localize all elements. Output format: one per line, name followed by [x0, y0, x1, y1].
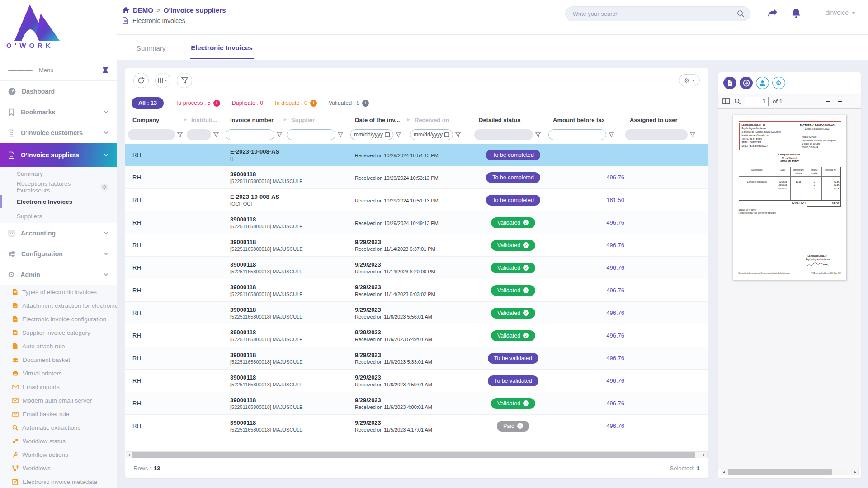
received-on-filter[interactable]: mm/dd/yyyy: [410, 129, 453, 140]
submenu-item-electronic-invoices[interactable]: Electronic Invoices: [0, 194, 117, 209]
invoice-number-filter[interactable]: [226, 129, 274, 140]
amount-link[interactable]: 496.76: [606, 174, 624, 181]
columns-button[interactable]: [155, 73, 170, 88]
column-assigned-to-user[interactable]: Assigned to user: [626, 113, 704, 127]
admin-item-modern-auth-email-server[interactable]: Modern auth email server: [0, 394, 117, 407]
zoom-out-button[interactable]: −: [826, 98, 830, 105]
funnel-icon[interactable]: [609, 132, 614, 137]
home-icon[interactable]: [122, 7, 130, 14]
amount-link[interactable]: 496.76: [606, 287, 624, 294]
chip-in-dispute[interactable]: In dispute : 0 +: [275, 100, 317, 107]
invoice-date-filter[interactable]: mm/dd/yyyy: [350, 129, 393, 140]
chip-to-process[interactable]: To process : 5 +: [175, 100, 220, 107]
amount-link[interactable]: 496.76: [606, 355, 624, 361]
submenu-item-receptions[interactable]: Réceptions factures fournisseurs 0: [0, 180, 117, 194]
funnel-icon[interactable]: [213, 132, 219, 137]
amount-link[interactable]: 496.76: [606, 377, 624, 384]
admin-item-virtual-printers[interactable]: Virtual printers: [0, 366, 117, 380]
table-row[interactable]: RH 39000118 [52251165800018] MAJUSCULE R…: [125, 166, 708, 189]
admin-item-workflows[interactable]: Workflows: [0, 461, 117, 475]
share-button[interactable]: [767, 8, 778, 19]
preview-settings-button[interactable]: ⚙: [772, 77, 785, 89]
supplier-filter[interactable]: [287, 129, 335, 140]
open-document-button[interactable]: [740, 77, 753, 89]
preview-horizontal-scrollbar[interactable]: ◂ ▸: [721, 469, 859, 475]
funnel-icon[interactable]: [338, 132, 343, 137]
funnel-icon[interactable]: [277, 132, 282, 137]
admin-item-email-basket-rule[interactable]: Email basket rule: [0, 407, 117, 421]
table-row[interactable]: RH 39000118 [52251165800018] MAJUSCULE 9…: [125, 234, 708, 257]
funnel-icon[interactable]: [396, 132, 401, 137]
column-institution[interactable]: Instituti...: [188, 113, 226, 127]
table-row[interactable]: RH 39000118 [52251165800018] MAJUSCULE 9…: [125, 279, 708, 302]
breadcrumb-section[interactable]: O'Invoice suppliers: [164, 6, 226, 14]
funnel-icon[interactable]: [177, 132, 183, 137]
scrollbar-thumb[interactable]: [132, 452, 695, 458]
search-icon[interactable]: [737, 10, 745, 18]
sidebar-item-configuration[interactable]: Configuration: [0, 244, 117, 264]
sidebar-item-accounting[interactable]: Accounting: [0, 223, 117, 244]
scroll-right-icon[interactable]: ▸: [702, 453, 707, 457]
submenu-item-summary[interactable]: Summary: [0, 167, 117, 180]
amount-filter[interactable]: [548, 129, 606, 140]
table-row[interactable]: RH 39000118 [52251165800018] MAJUSCULE 9…: [125, 302, 708, 324]
table-row[interactable]: RH 39000118 [52251165800018] MAJUSCULE 9…: [125, 415, 708, 437]
funnel-icon[interactable]: [535, 132, 541, 137]
amount-link[interactable]: 496.76: [606, 264, 624, 271]
table-row[interactable]: RH E-2023-10-008-AS [] Received on 10/29…: [125, 144, 708, 166]
amount-link[interactable]: 496.76: [606, 310, 624, 316]
filter-button[interactable]: [177, 73, 192, 88]
scroll-right-icon[interactable]: ▸: [853, 470, 858, 474]
column-amount-before-tax[interactable]: Amount before tax: [549, 113, 626, 127]
submenu-item-suppliers[interactable]: Suppliers: [0, 209, 117, 223]
sidebar-item-oinvoice-suppliers[interactable]: O'Invoice suppliers: [0, 143, 117, 167]
assign-user-button[interactable]: [756, 77, 769, 89]
refresh-button[interactable]: [133, 73, 149, 88]
amount-link[interactable]: 496.76: [606, 400, 624, 407]
pdf-viewer[interactable]: Laetitia WERNERT- EI Psychologue clinici…: [718, 109, 861, 469]
scroll-left-icon[interactable]: ◂: [126, 453, 132, 457]
column-received-on[interactable]: Received on: [411, 113, 475, 127]
sidebar-toggle-icon[interactable]: [722, 98, 730, 104]
tab-summary[interactable]: Summary: [136, 37, 166, 58]
chip-all[interactable]: All : 13: [132, 97, 164, 109]
sidebar-item-admin[interactable]: ⚙ Admin: [0, 264, 117, 285]
amount-link[interactable]: 496.76: [606, 242, 624, 249]
funnel-icon[interactable]: [455, 132, 461, 137]
table-row[interactable]: RH 39000118 [52251165800018] MAJUSCULE 9…: [125, 324, 708, 347]
chip-duplicate[interactable]: Duplicate : 0: [232, 100, 263, 106]
sidebar-item-dashboard[interactable]: Dashboard: [0, 81, 117, 102]
amount-link[interactable]: -: [623, 151, 624, 158]
table-row[interactable]: RH 39000118 [52251165800018] MAJUSCULE 9…: [125, 392, 708, 415]
admin-item-invoice-configuration[interactable]: Electronic invoice configuration: [0, 312, 117, 326]
column-invoice-date[interactable]: Date of the inv...▶: [351, 113, 411, 127]
table-row[interactable]: RH E-2023-10-008-AS [OCI] OCI Received o…: [125, 189, 708, 211]
table-row[interactable]: RH 39000118 [52251165800018] MAJUSCULE 9…: [125, 257, 708, 279]
pdf-search-icon[interactable]: [734, 98, 741, 105]
column-detailed-status[interactable]: Detailed status: [475, 113, 549, 127]
table-settings-button[interactable]: ⚙: [679, 74, 700, 86]
admin-item-automatic-extractions[interactable]: Automatic extractions: [0, 421, 117, 434]
admin-item-document-basket[interactable]: Document basket: [0, 353, 117, 366]
hamburger-icon[interactable]: [8, 69, 33, 72]
sidebar-item-oinvoice-customers[interactable]: O'Invoice customers: [0, 122, 117, 143]
amount-link[interactable]: 496.76: [606, 219, 624, 226]
amount-link[interactable]: 496.76: [606, 422, 624, 429]
tab-electronic-invoices[interactable]: Electronic Invoices: [190, 36, 254, 59]
table-row[interactable]: RH 39000118 [52251165800018] MAJUSCULE 9…: [125, 347, 708, 370]
table-row[interactable]: RH 39000118 [52251165800018] MAJUSCULE 9…: [125, 370, 708, 392]
amount-link[interactable]: 161.50: [606, 197, 624, 203]
table-row[interactable]: RH 39000118 [52251165800018] MAJUSCULE R…: [125, 211, 708, 234]
scrollbar-thumb[interactable]: [728, 469, 832, 475]
admin-item-supplier-invoice-category[interactable]: Supplier invoice category: [0, 326, 117, 339]
column-invoice-number[interactable]: Invoice number▶: [226, 113, 288, 127]
admin-item-workflow-status[interactable]: Workflow status: [0, 434, 117, 448]
admin-item-email-imports[interactable]: Email imports: [0, 380, 117, 394]
admin-item-workflow-actions[interactable]: Workflow actions: [0, 448, 117, 461]
pin-icon[interactable]: [102, 67, 108, 74]
admin-item-types-of-electronic-invoices[interactable]: Types of electronic invoices: [0, 285, 117, 299]
column-supplier[interactable]: Supplier: [288, 113, 351, 127]
admin-item-auto-attach-rule[interactable]: Auto attach rule: [0, 339, 117, 353]
notifications-button[interactable]: [791, 8, 801, 20]
zoom-in-button[interactable]: +: [838, 98, 842, 105]
